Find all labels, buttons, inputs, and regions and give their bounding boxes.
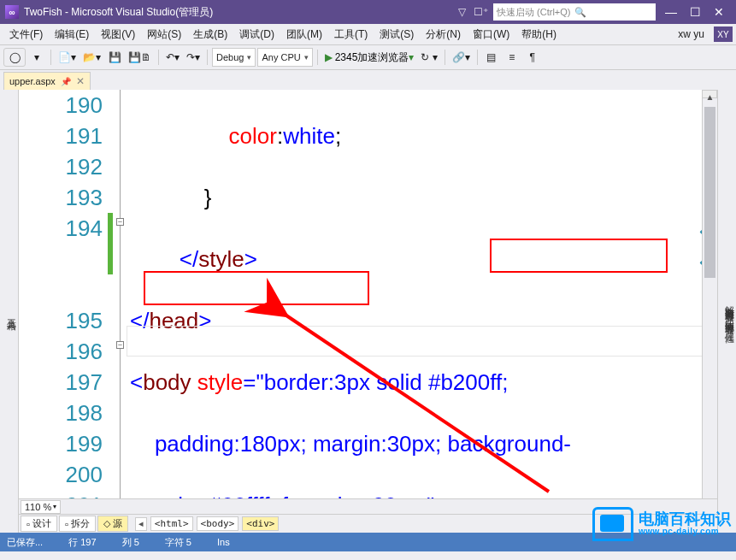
save-all-button[interactable]: 💾🗎 (126, 48, 154, 67)
save-button[interactable]: 💾 (105, 48, 124, 67)
line-number-gutter: 190191192 193194 195196 197198199 200201 (19, 90, 108, 498)
platform-dropdown[interactable]: Any CPU▾ (257, 48, 312, 67)
doc-tab-label: upper.aspx (9, 76, 56, 86)
change-marker (108, 213, 113, 274)
doc-tab-active[interactable]: upper.aspx 📌 ✕ (3, 72, 91, 90)
scroll-up-icon[interactable]: ▲ (703, 90, 717, 103)
status-char: 字符 5 (165, 536, 191, 549)
view-tab-source[interactable]: ◇源 (97, 516, 128, 532)
annotation-box (490, 239, 668, 273)
user-name[interactable]: xw yu (672, 26, 710, 43)
menu-view[interactable]: 视图(V) (95, 25, 141, 44)
nav-fwd-button[interactable]: ▾ (27, 48, 46, 67)
status-ins: Ins (217, 537, 230, 547)
menu-help[interactable]: 帮助(H) (515, 25, 562, 44)
undo-button[interactable]: ↶▾ (163, 48, 182, 67)
title-bar: ∞ TwoFish - Microsoft Visual Studio(管理员)… (0, 0, 736, 24)
search-icon: 🔍 (574, 7, 652, 18)
annotation-box (144, 271, 369, 305)
config-dropdown[interactable]: Debug▾ (212, 48, 256, 67)
close-button[interactable]: ✕ (707, 0, 731, 24)
open-button[interactable]: 📂▾ (80, 48, 103, 67)
menu-debug[interactable]: 调试(D) (233, 25, 280, 44)
menu-build[interactable]: 生成(B) (187, 25, 233, 44)
fold-toggle-icon[interactable]: − (116, 341, 124, 349)
tb-extra1-button[interactable]: ▤ (482, 48, 501, 67)
crumb-prev-button[interactable]: ◂ (135, 517, 147, 531)
notifications-icon[interactable]: ▽ (452, 3, 471, 21)
user-badge[interactable]: XY (714, 27, 733, 42)
breadcrumb-item[interactable]: <body> (197, 516, 239, 531)
browser-link-button[interactable]: 🔗▾ (450, 48, 473, 67)
menu-file[interactable]: 文件(F) (3, 25, 49, 44)
status-line: 行 197 (68, 536, 96, 549)
tab-close-icon[interactable]: ✕ (76, 75, 85, 87)
document-tab-strip: upper.aspx 📌 ✕ (0, 70, 736, 90)
watermark-url: www.pc-daily.com (639, 527, 731, 537)
fold-toggle-icon[interactable]: − (116, 218, 124, 226)
menu-team[interactable]: 团队(M) (280, 25, 328, 44)
breadcrumb-item[interactable]: <html> (150, 516, 193, 531)
window-title: TwoFish - Microsoft Visual Studio(管理员) (24, 5, 213, 20)
quick-launch-input[interactable]: 快速启动 (Ctrl+Q) 🔍 (493, 3, 656, 21)
code-content[interactable]: color:white; } </style> </head> <body st… (127, 90, 717, 498)
scrollbar-thumb[interactable] (704, 107, 715, 278)
nav-back-button[interactable]: ◯ (3, 48, 26, 67)
view-tab-design[interactable]: ▫设计 (21, 516, 57, 532)
toolbox-rail[interactable]: 工具箱 (0, 90, 19, 533)
start-debug-button[interactable]: ▶ 2345加速浏览器 ▾ (322, 48, 417, 67)
menu-test[interactable]: 测试(S) (374, 25, 420, 44)
view-tab-split[interactable]: ▫拆分 (59, 516, 96, 532)
menu-tools[interactable]: 工具(T) (328, 25, 374, 44)
maximize-button[interactable]: ☐ (683, 0, 707, 24)
tag-breadcrumb: ◂ <html> <body> <div> (135, 516, 280, 531)
redo-button[interactable]: ↷▾ (184, 48, 203, 67)
menu-analyze[interactable]: 分析(N) (420, 25, 467, 44)
tb-extra3-button[interactable]: ¶ (523, 48, 542, 67)
menu-bar: 文件(F) 编辑(E) 视图(V) 网站(S) 生成(B) 调试(D) 团队(M… (0, 24, 736, 44)
menu-edit[interactable]: 编辑(E) (49, 25, 95, 44)
outlining-margin[interactable]: − − (115, 90, 127, 498)
quick-launch-placeholder: 快速启动 (Ctrl+Q) (497, 6, 574, 19)
current-line-highlight (127, 326, 717, 357)
minimize-button[interactable]: — (659, 0, 683, 24)
breadcrumb-item[interactable]: <div> (242, 516, 279, 531)
vertical-scrollbar[interactable]: ▲ (702, 90, 717, 498)
monitor-icon (592, 507, 633, 541)
menu-website[interactable]: 网站(S) (141, 25, 187, 44)
code-editor[interactable]: 190191192 193194 195196 197198199 200201… (19, 90, 717, 498)
menu-window[interactable]: 窗口(W) (467, 25, 515, 44)
watermark-logo: 电脑百科知识 www.pc-daily.com (587, 505, 736, 543)
new-project-button[interactable]: 📄▾ (56, 48, 79, 67)
status-col: 列 5 (122, 536, 139, 549)
vs-logo-icon: ∞ (5, 5, 19, 19)
main-toolbar: ◯ ▾ 📄▾ 📂▾ 💾 💾🗎 ↶▾ ↷▾ Debug▾ Any CPU▾ ▶ 2… (0, 44, 736, 70)
watermark-title: 电脑百科知识 (639, 511, 731, 527)
zoom-dropdown[interactable]: 110 %▾ (21, 500, 61, 514)
refresh-button[interactable]: ↻ ▾ (418, 48, 439, 67)
solution-explorer-rail[interactable]: 解决方案资源管理器 团队资源管理器 属性 (717, 90, 736, 533)
pin-icon[interactable]: 📌 (61, 77, 71, 86)
feedback-icon[interactable]: ☐⁺ (471, 3, 490, 21)
status-saved: 已保存... (7, 536, 43, 549)
tb-extra2-button[interactable]: ≡ (503, 48, 521, 67)
